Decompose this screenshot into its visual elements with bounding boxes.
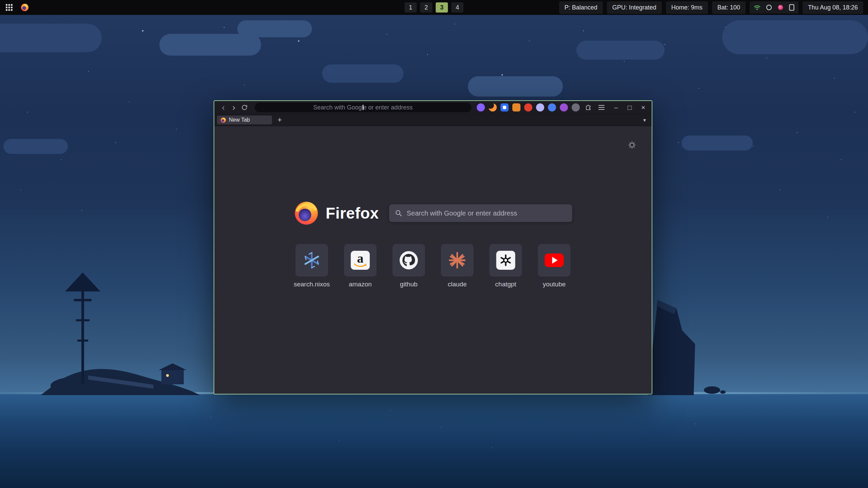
cloud xyxy=(682,136,753,150)
list-all-tabs-button[interactable]: ▾ xyxy=(640,116,649,124)
shortcut-amazon[interactable]: a amazon xyxy=(344,244,377,288)
gear-icon xyxy=(628,141,636,149)
ocean xyxy=(0,394,868,488)
amazon-icon: a xyxy=(351,251,370,270)
battery-status: Bat: 100 xyxy=(712,1,746,14)
shortcut-chatgpt[interactable]: chatgpt xyxy=(490,244,522,288)
apps-grid-icon[interactable] xyxy=(5,3,14,12)
shortcut-label: amazon xyxy=(349,281,372,288)
chatgpt-icon xyxy=(496,251,515,270)
tablet-icon xyxy=(789,4,794,11)
top-bar: 1 2 3 4 P: Balanced GPU: Integrated Home… xyxy=(0,0,868,15)
ping-status: Home: 9ms xyxy=(666,1,708,14)
cloud xyxy=(576,41,665,60)
maximize-button[interactable]: □ xyxy=(625,103,634,112)
workspace-4[interactable]: 4 xyxy=(451,2,463,13)
text-caret xyxy=(363,105,363,110)
color-temperature-icon xyxy=(777,4,784,11)
newtab-search-input[interactable]: Search with Google or enter address xyxy=(389,204,572,222)
minimize-button[interactable]: – xyxy=(612,103,620,112)
cloud xyxy=(468,76,563,97)
extension-red-circle-icon[interactable] xyxy=(524,103,532,111)
newtab-hero: Firefox Search with Google or enter addr… xyxy=(294,201,572,226)
extension-blue-shield-icon[interactable] xyxy=(500,103,509,111)
browser-toolbar: ‹ › Search with Google or enter address xyxy=(214,101,652,114)
close-button[interactable]: × xyxy=(639,103,648,112)
wifi-icon xyxy=(754,4,761,11)
nixos-snowflake-icon xyxy=(302,251,321,270)
window-controls: – □ × xyxy=(612,103,648,112)
shortcut-label: github xyxy=(400,281,418,288)
tab-title: New Tab xyxy=(229,117,250,123)
menu-button[interactable] xyxy=(597,103,606,112)
back-button[interactable]: ‹ xyxy=(218,102,228,113)
reload-icon xyxy=(241,104,248,111)
tray-icons xyxy=(750,1,798,14)
workspace-switcher: 1 2 3 4 xyxy=(405,2,463,13)
extension-buttons xyxy=(477,103,580,111)
cloud xyxy=(3,139,68,154)
url-bar[interactable]: Search with Google or enter address xyxy=(255,103,471,112)
status-cluster: P: Balanced GPU: Integrated Home: 9ms Ba… xyxy=(559,1,863,14)
shortcut-github[interactable]: github xyxy=(393,244,425,288)
extension-violet-circle-icon[interactable] xyxy=(560,103,568,111)
workspace-2[interactable]: 2 xyxy=(420,2,432,13)
claude-starburst-icon xyxy=(448,251,467,269)
firefox-window: ‹ › Search with Google or enter address xyxy=(214,100,652,394)
firefox-wordmark: Firefox xyxy=(326,204,379,222)
new-tab-button[interactable]: + xyxy=(275,116,284,124)
cloud xyxy=(722,20,868,54)
personalize-button[interactable] xyxy=(627,140,637,150)
shortcut-label: chatgpt xyxy=(495,281,516,288)
extension-gray-circle-icon[interactable] xyxy=(572,103,580,111)
firefox-favicon xyxy=(220,117,226,123)
extension-blue-circle-icon[interactable] xyxy=(548,103,556,111)
clock: Thu Aug 08, 18:26 xyxy=(803,1,863,14)
tab-bar: New Tab + ▾ xyxy=(214,114,652,126)
shortcut-claude[interactable]: claude xyxy=(441,244,474,288)
extensions-puzzle-button[interactable] xyxy=(584,103,593,112)
workspace-3-active[interactable]: 3 xyxy=(436,2,448,13)
extension-amber-box-icon[interactable] xyxy=(512,103,520,111)
shortcut-label: claude xyxy=(448,281,467,288)
shortcut-label: search.nixos xyxy=(294,281,330,288)
puzzle-icon xyxy=(585,104,592,111)
hamburger-icon xyxy=(598,105,605,110)
right-cliff xyxy=(644,290,726,395)
cloud xyxy=(0,24,102,52)
shortcut-search-nixos[interactable]: search.nixos xyxy=(296,244,328,288)
github-octocat-icon xyxy=(399,250,419,270)
cloud xyxy=(237,20,312,37)
workspace-1[interactable]: 1 xyxy=(405,2,417,13)
gpu-status: GPU: Integrated xyxy=(607,1,662,14)
firefox-logo xyxy=(294,201,319,226)
shortcut-label: youtube xyxy=(543,281,566,288)
bluetooth-status-icon xyxy=(766,4,772,11)
new-tab-page: Firefox Search with Google or enter addr… xyxy=(214,126,652,394)
tab-new-tab[interactable]: New Tab xyxy=(217,116,272,124)
cloud xyxy=(322,64,403,83)
reload-button[interactable] xyxy=(239,102,249,113)
power-profile-status: P: Balanced xyxy=(559,1,603,14)
extension-purple-circle-icon[interactable] xyxy=(477,103,485,111)
search-icon xyxy=(395,210,402,217)
firefox-launcher-icon[interactable] xyxy=(20,3,29,12)
shortcut-tiles: search.nixos a amazon xyxy=(296,244,571,288)
search-placeholder: Search with Google or enter address xyxy=(407,209,517,217)
forward-button[interactable]: › xyxy=(229,102,239,113)
shortcut-youtube[interactable]: youtube xyxy=(538,244,571,288)
youtube-icon xyxy=(545,253,564,267)
extension-orange-crescent-icon[interactable] xyxy=(489,103,497,111)
extension-lavender-circle-icon[interactable] xyxy=(536,103,544,111)
left-island-watchtower xyxy=(41,268,217,395)
